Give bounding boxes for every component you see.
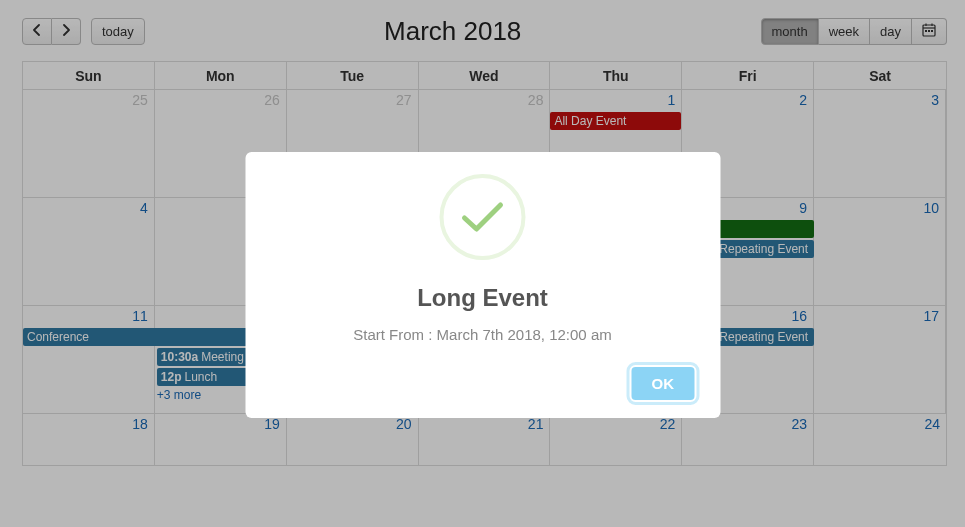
modal-title: Long Event (271, 284, 694, 312)
success-check-icon (440, 174, 526, 260)
modal-text: Start From : March 7th 2018, 12:00 am (271, 326, 694, 343)
ok-button[interactable]: OK (632, 367, 695, 400)
event-detail-modal: Long Event Start From : March 7th 2018, … (245, 152, 720, 418)
